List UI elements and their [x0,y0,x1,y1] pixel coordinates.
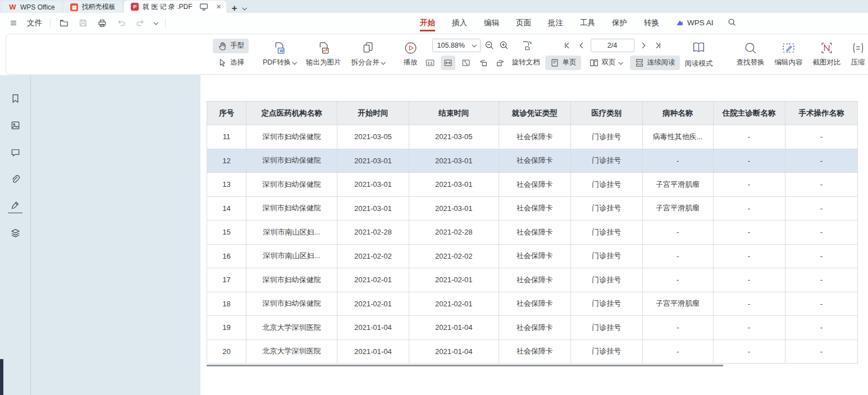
print-icon[interactable] [97,17,108,29]
table-cell: 2021-02-28 [337,221,409,245]
menu-tab-comment[interactable]: 批注 [540,13,572,33]
redo-icon[interactable] [135,17,146,29]
menu-tab-tools[interactable]: 工具 [572,13,604,33]
menu-left-controls: 文件 [0,17,166,29]
save-icon[interactable] [77,17,89,29]
rotate-document-icon[interactable] [521,40,532,51]
thumbnails-panel-button[interactable] [8,118,22,132]
table-cell: 社会保障卡 [499,196,570,221]
book-icon [692,40,706,54]
read-mode-button[interactable]: 阅读模式 [680,40,718,68]
table-cell: 深圳市妇幼保健院 [246,173,337,197]
comments-panel-button[interactable] [8,145,22,159]
zoom-level-select[interactable]: 105.88% [432,39,481,52]
actual-size-button[interactable]: 1:1 [423,56,437,70]
zoom-in-icon[interactable] [499,40,510,51]
menu-tab-home[interactable]: 开始 [412,13,444,33]
continuous-read-button[interactable]: 连续阅读 [630,56,680,70]
table-cell: - [642,149,713,173]
fit-width-button[interactable] [441,56,455,70]
fit-page-button[interactable] [459,56,473,70]
split-merge-button[interactable]: 拆分合并 [346,36,390,72]
screenshot-compare-button[interactable]: 截图对比 [808,36,846,72]
table-cell: - [785,221,858,245]
hand-tool-button[interactable]: 手型 [213,39,249,53]
present-monitor-icon[interactable] [199,2,209,12]
table-row: 16 深圳市南山区妇... 2021-02-02 2021-02-02 社会保障… [207,244,868,268]
tab-docer[interactable]: ▤ 找稻壳模板 [63,1,122,13]
file-menu[interactable]: 文件 [27,18,42,28]
pdf-page[interactable]: 序号 定点医药机构名称 开始时间 结束时间 就诊凭证类型 医疗类别 病种名称 住… [200,75,868,395]
chevron-down-icon [292,60,296,65]
corner-strip [0,359,3,395]
table-row: 18 深圳市妇幼保健院 2021-02-01 2021-02-01 社会保障卡 … [207,292,868,316]
toolbar-panel: 手型 选择 W PDF转换 [6,34,868,75]
zoom-out-icon[interactable] [484,40,495,51]
menu-tab-edit[interactable]: 编辑 [476,13,508,33]
layers-icon [10,228,21,238]
last-page-icon[interactable] [652,40,664,51]
play-button[interactable]: 播放 [399,36,423,72]
menu-search-icon[interactable] [721,17,742,29]
hamburger-menu-icon[interactable] [8,17,19,29]
tab-wps-office[interactable]: W WPS Office [2,1,62,13]
new-tab-button[interactable]: + [232,3,237,13]
table-cell: 子宫平滑肌瘤 [642,173,713,197]
close-tab-icon[interactable]: ✕ [216,3,221,11]
undo-icon[interactable] [116,17,127,29]
table-cell: - [785,316,858,340]
menu-tab-protect[interactable]: 保护 [604,13,636,33]
table-cell: - [713,196,785,221]
comment-icon [10,147,21,158]
menu-tab-convert[interactable]: 转换 [636,13,668,33]
find-replace-icon [743,41,757,55]
table-cell: 16 [207,244,246,268]
table-cell: 社会保障卡 [499,149,570,173]
menu-tab-page[interactable]: 页面 [508,13,540,33]
table-cell-ghost [858,244,868,268]
table-cell: 深圳市妇幼保健院 [246,268,337,292]
table-cell: - [713,149,785,173]
col-header: 病种名称 [642,102,713,125]
wps-ai-button[interactable]: WPS AI [668,19,721,27]
menu-tabs: 开始 插入 编辑 页面 批注 工具 保护 转换 WPS AI [412,13,742,33]
rotate-left-button[interactable] [477,56,490,70]
table-cell: 社会保障卡 [499,125,570,149]
layers-panel-button[interactable] [8,226,22,240]
table-cell: - [713,292,785,316]
table-cell: 子宫平滑肌瘤 [642,292,713,316]
rotate-right-button[interactable] [494,56,507,70]
single-page-button[interactable]: 单页 [545,56,581,70]
table-cell: - [642,339,713,364]
next-page-icon[interactable] [638,40,649,51]
export-image-button[interactable]: 输出为图片 [301,36,346,72]
table-cell: 2021-03-01 [337,196,409,221]
first-page-icon[interactable] [561,40,573,51]
pdf-convert-button[interactable]: W PDF转换 [258,36,301,72]
select-tool-button[interactable]: 选择 [213,56,249,70]
double-page-button[interactable]: 双页 [584,56,627,70]
quickbar-chevron-icon[interactable] [153,20,158,25]
prev-page-icon[interactable] [576,40,587,51]
table-cell: 2021-03-01 [409,196,499,221]
menu-tab-insert[interactable]: 插入 [444,13,476,33]
table-cell: - [713,316,785,340]
attachments-panel-button[interactable] [8,172,22,186]
col-header: 开始时间 [337,102,409,125]
find-replace-button[interactable]: 查找替换 [732,36,770,72]
tab-list-chevron-icon[interactable] [243,6,247,10]
compress-button[interactable]: 压缩 [846,36,868,72]
wps-logo-icon: W [8,3,17,11]
double-page-icon [589,58,599,68]
table-cell: 北京大学深圳医院 [246,316,337,340]
tab-document[interactable]: P 就 医 记 录 .PDF ✕ [124,1,226,13]
rotate-document-button[interactable]: 旋转文档 [510,56,542,70]
edit-content-button[interactable]: 编辑内容 [770,36,808,72]
signature-panel-button[interactable] [8,199,22,213]
page-number-input[interactable]: 2/4 [591,39,634,52]
table-cell: 11 [207,125,246,149]
table-cell: 社会保障卡 [499,339,570,364]
menu-bar: 文件 开始 插入 编辑 页面 批注 [0,13,868,33]
bookmarks-panel-button[interactable] [8,91,22,105]
open-folder-icon[interactable] [58,17,70,29]
